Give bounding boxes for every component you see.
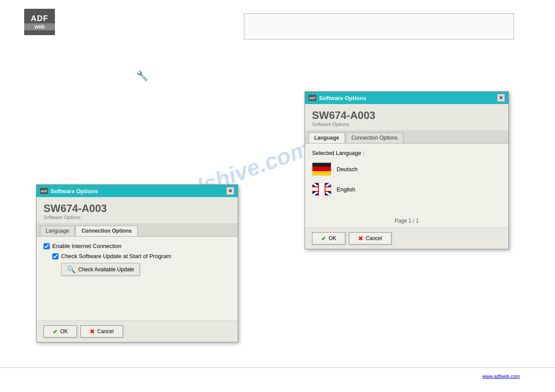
- enable-internet-row: Enable Internet Connection: [44, 243, 231, 249]
- logo-adf-text: ADF: [31, 14, 48, 23]
- flag-uk: [312, 183, 331, 196]
- magnify-icon: 🔍: [67, 265, 76, 273]
- dialog1-titlebar: ADF Software Options ✕: [36, 185, 238, 197]
- dialog1-tab-language[interactable]: Language: [40, 226, 75, 236]
- dialog2-ok-button[interactable]: ✔ OK: [312, 232, 345, 245]
- check-update-btn-label: Check Available Update: [78, 266, 134, 273]
- dialog1-title-icon: ADF: [40, 188, 48, 194]
- dialog1-product-sub: Software Options: [44, 215, 231, 220]
- dialog1-product-name: SW674-A003: [44, 202, 231, 215]
- dialog2-tab-connection-options[interactable]: Connection Options: [346, 133, 403, 143]
- check-startup-row: Check Software Update at Start of Progra…: [52, 253, 231, 259]
- dialog2-titlebar-left: ADF Software Options: [308, 95, 366, 101]
- language-name-deutsch: Deutsch: [337, 166, 358, 173]
- ok-check-icon2: ✔: [321, 235, 326, 242]
- flag-de-stripe3: [312, 171, 331, 175]
- dialog2-header: SW674-A003 Software Options: [305, 104, 508, 131]
- cancel-x-icon2: ✖: [358, 235, 363, 242]
- dialog1-footer: ✔ OK ✖ Cancel: [36, 320, 238, 342]
- language-item-deutsch[interactable]: Deutsch: [312, 162, 501, 176]
- adfweb-logo: ADF web: [24, 9, 55, 35]
- dialog2-titlebar: ADF Software Options ✕: [305, 92, 508, 104]
- flag-de: [312, 162, 331, 176]
- dialog1-ok-button[interactable]: ✔ OK: [44, 325, 77, 338]
- dialog2-title: Software Options: [319, 95, 366, 101]
- logo-area: ADF web: [24, 9, 59, 40]
- enable-internet-checkbox[interactable]: [44, 243, 50, 249]
- cancel-x-icon: ✖: [90, 328, 95, 335]
- tools-icon: 🔧: [136, 70, 149, 83]
- check-available-update-button[interactable]: 🔍 Check Available Update: [61, 263, 140, 276]
- dialog1-title: Software Options: [51, 188, 98, 194]
- flag-de-stripe2: [312, 167, 331, 171]
- dialog2-tabs: Language Connection Options: [305, 131, 508, 144]
- flag-de-stripe1: [312, 163, 331, 167]
- page-indicator: Page 1 / 1: [305, 214, 508, 227]
- dialog2-tab-language[interactable]: Language: [308, 133, 345, 143]
- dialog-connection-options: ADF Software Options ✕ SW674-A003 Softwa…: [36, 184, 238, 342]
- selected-language-label: Selected Language :: [312, 150, 501, 156]
- enable-internet-label: Enable Internet Connection: [52, 243, 122, 249]
- dialog2-product-name: SW674-A003: [312, 109, 501, 122]
- ok-check-icon: ✔: [53, 328, 58, 335]
- logo-web-text: web: [24, 23, 55, 30]
- top-textbox: [244, 13, 514, 40]
- dialog1-close-button[interactable]: ✕: [226, 187, 234, 195]
- check-startup-label: Check Software Update at Start of Progra…: [61, 253, 171, 259]
- dialog2-cancel-label: Cancel: [366, 235, 382, 241]
- check-startup-checkbox[interactable]: [52, 253, 58, 259]
- dialog2-close-button[interactable]: ✕: [497, 94, 505, 102]
- dialog1-content: Enable Internet Connection Check Softwar…: [36, 237, 238, 285]
- dialog1-spacer: [36, 285, 238, 321]
- dialog1-header: SW674-A003 Software Options: [36, 197, 238, 224]
- flag-uk-inner: [312, 187, 331, 191]
- dialog1-tab-connection-options[interactable]: Connection Options: [76, 226, 138, 236]
- bottom-link[interactable]: www.adfweb.com: [482, 374, 520, 379]
- language-name-english: English: [337, 186, 355, 193]
- dialog1-cancel-label: Cancel: [97, 328, 113, 334]
- dialog1-tabs: Language Connection Options: [36, 224, 238, 237]
- bottom-divider: [0, 367, 555, 368]
- dialog2-product-sub: Software Options: [312, 122, 501, 127]
- dialog2-title-icon: ADF: [308, 95, 316, 101]
- dialog1-ok-label: OK: [60, 328, 68, 334]
- language-item-english[interactable]: English: [312, 183, 501, 196]
- dialog-language: ADF Software Options ✕ SW674-A003 Softwa…: [305, 91, 509, 249]
- dialog2-ok-label: OK: [329, 235, 336, 241]
- dialog2-spacer: [305, 209, 508, 214]
- dialog1-titlebar-left: ADF Software Options: [40, 188, 98, 194]
- dialog2-footer: ✔ OK ✖ Cancel: [305, 227, 508, 249]
- dialog2-content: Selected Language : Deutsch English: [305, 144, 508, 209]
- dialog1-cancel-button[interactable]: ✖ Cancel: [80, 325, 123, 338]
- dialog2-cancel-button[interactable]: ✖ Cancel: [349, 232, 391, 245]
